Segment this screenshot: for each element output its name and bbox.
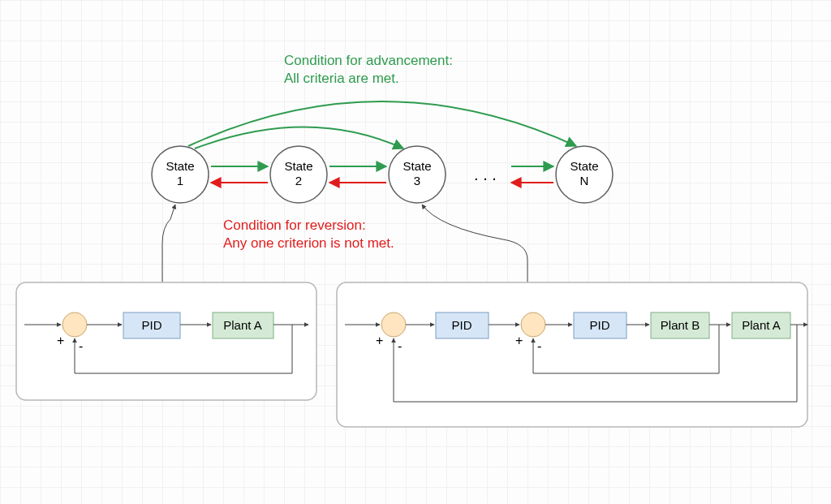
svg-text:1: 1 xyxy=(177,174,183,187)
svg-text:State: State xyxy=(403,159,431,173)
svg-text:+: + xyxy=(57,334,64,347)
svg-text:-: - xyxy=(398,339,402,353)
state-2: State 2 xyxy=(270,146,327,203)
svg-text:PID: PID xyxy=(451,318,471,332)
state-n: State N xyxy=(556,146,613,203)
svg-text:+: + xyxy=(515,334,523,347)
svg-text:-: - xyxy=(537,339,541,353)
svg-text:2: 2 xyxy=(295,174,302,187)
svg-text:Plant A: Plant A xyxy=(742,318,781,332)
svg-text:-: - xyxy=(79,339,83,353)
card2-to-state3 xyxy=(422,205,527,282)
sumB-inner xyxy=(521,312,545,337)
sumA xyxy=(62,312,87,337)
svg-text:3: 3 xyxy=(414,174,420,187)
svg-text:PID: PID xyxy=(589,318,609,332)
diagram-svg: Condition for advancement: All criteria … xyxy=(0,0,831,504)
advance-text-1: Condition for advancement: xyxy=(284,53,453,68)
card-B xyxy=(337,282,807,427)
revert-text-2: Any one criterion is not met. xyxy=(223,235,394,251)
ellipsis: . . . xyxy=(474,166,497,183)
svg-text:Plant A: Plant A xyxy=(223,318,262,332)
svg-text:PID: PID xyxy=(141,318,161,332)
svg-text:State: State xyxy=(570,159,598,173)
svg-text:Plant B: Plant B xyxy=(661,318,700,332)
sumB-outer xyxy=(381,312,406,337)
svg-text:+: + xyxy=(376,334,383,347)
state-3: State 3 xyxy=(389,146,446,203)
card1-to-state1 xyxy=(162,205,175,282)
svg-text:State: State xyxy=(284,159,312,173)
advance-text-2: All criteria are met. xyxy=(284,71,399,86)
state-1: State 1 xyxy=(152,146,209,203)
svg-text:State: State xyxy=(166,159,194,173)
svg-text:N: N xyxy=(580,174,589,187)
revert-text-1: Condition for reversion: xyxy=(223,218,366,233)
